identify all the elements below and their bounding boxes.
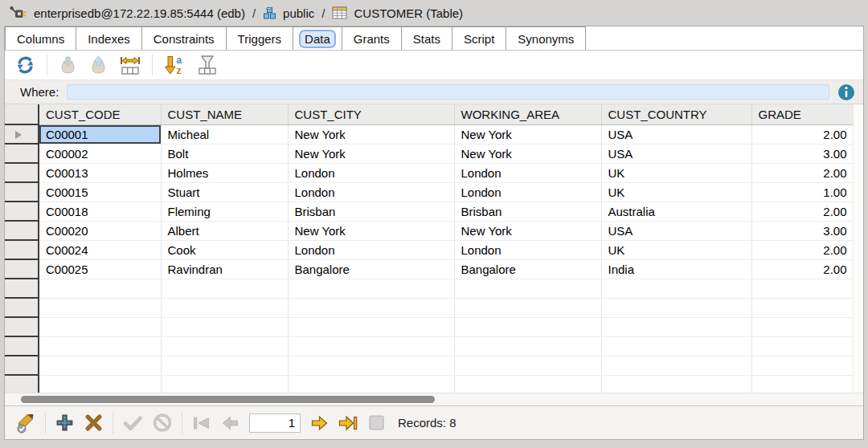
table-cell[interactable]: New York	[288, 124, 454, 144]
row-gutter-cell	[5, 279, 39, 298]
statusbar-separator	[45, 413, 46, 434]
tab-stats[interactable]: Stats	[401, 26, 452, 50]
table-header: CUST_CODECUST_NAMECUST_CITYWORKING_AREAC…	[5, 104, 854, 124]
insert-row-icon[interactable]	[55, 413, 75, 433]
table-cell[interactable]: Brisban	[454, 202, 601, 221]
table-cell[interactable]: 1.00	[751, 182, 854, 202]
empty-cell	[601, 298, 751, 317]
table-cell[interactable]: USA	[601, 144, 751, 163]
table-cell[interactable]: London	[288, 240, 454, 259]
tab-label: Grants	[350, 31, 394, 47]
row-gutter-cell[interactable]	[5, 163, 39, 182]
filter-icon[interactable]	[196, 55, 219, 75]
table-cell[interactable]: Brisban	[288, 202, 454, 221]
table-cell[interactable]: 2.00	[751, 240, 854, 259]
record-number-input[interactable]	[249, 413, 301, 433]
table-cell[interactable]: USA	[601, 221, 751, 240]
row-gutter-cell[interactable]	[5, 202, 39, 221]
table-cell[interactable]: UK	[601, 163, 751, 182]
tab-label: Constraints	[149, 31, 219, 47]
where-input[interactable]	[67, 84, 829, 100]
tab-indexes[interactable]: Indexes	[76, 26, 142, 50]
delete-row-icon[interactable]	[84, 413, 104, 433]
table-cell[interactable]: 2.00	[751, 163, 854, 182]
table-row: C00024CookLondonLondonUK2.00	[5, 240, 854, 259]
table-cell[interactable]: New York	[288, 221, 454, 240]
table-cell[interactable]: Stuart	[161, 182, 288, 202]
table-cell[interactable]: 2.00	[751, 202, 854, 221]
column-header-cust_country[interactable]: CUST_COUNTRY	[601, 104, 751, 124]
table-cell[interactable]: 2.00	[751, 124, 854, 144]
table-cell[interactable]: USA	[601, 124, 751, 144]
table-cell[interactable]: C00024	[39, 240, 161, 259]
tab-constraints[interactable]: Constraints	[141, 26, 227, 50]
tab-triggers[interactable]: Triggers	[226, 26, 293, 50]
tab-columns[interactable]: Columns	[5, 26, 76, 50]
row-gutter-cell[interactable]	[5, 124, 39, 144]
table-cell[interactable]: London	[288, 163, 454, 182]
table-cell[interactable]: Fleming	[161, 202, 288, 221]
table-cell[interactable]: Bolt	[161, 144, 288, 163]
table-cell[interactable]: London	[454, 182, 601, 202]
table-cell[interactable]: C00018	[39, 202, 161, 221]
table-cell[interactable]: London	[454, 240, 601, 259]
table-cell[interactable]: New York	[454, 221, 601, 240]
table-cell[interactable]: C00001	[39, 124, 161, 144]
tab-grants[interactable]: Grants	[342, 26, 402, 50]
row-gutter-cell[interactable]	[5, 240, 39, 259]
table-cell[interactable]: Holmes	[161, 163, 288, 182]
column-header-cust_city[interactable]: CUST_CITY	[288, 104, 454, 124]
tab-synonyms[interactable]: Synonyms	[506, 26, 586, 50]
row-gutter-cell[interactable]	[5, 259, 39, 279]
table-cell[interactable]: Ravindran	[161, 259, 288, 279]
info-icon[interactable]	[837, 83, 855, 101]
column-header-grade[interactable]: GRADE	[751, 104, 854, 124]
schema-name: public	[283, 6, 314, 20]
data-toolbar: a z	[5, 51, 863, 80]
table-cell[interactable]: New York	[288, 144, 454, 163]
empty-cell	[288, 279, 454, 298]
table-cell[interactable]: Micheal	[161, 124, 288, 144]
table-cell[interactable]: Bangalore	[454, 259, 601, 279]
table-cell[interactable]: London	[454, 163, 601, 182]
table-cell[interactable]: Albert	[161, 221, 288, 240]
table-cell[interactable]: Bangalore	[288, 259, 454, 279]
horizontal-scrollbar[interactable]	[5, 393, 863, 405]
row-gutter-cell[interactable]	[5, 221, 39, 240]
table-cell[interactable]: 3.00	[751, 221, 854, 240]
table-cell[interactable]: C00015	[39, 182, 161, 202]
table-cell[interactable]: London	[288, 182, 454, 202]
table-cell[interactable]: C00013	[39, 163, 161, 182]
column-header-cust_code[interactable]: CUST_CODE	[39, 104, 161, 124]
empty-row	[5, 336, 854, 356]
column-header-cust_name[interactable]: CUST_NAME	[161, 104, 288, 124]
column-header-working_area[interactable]: WORKING_AREA	[454, 104, 601, 124]
tab-data[interactable]: Data	[293, 26, 342, 50]
table-cell[interactable]: New York	[454, 144, 601, 163]
row-gutter-cell[interactable]	[5, 144, 39, 163]
table-cell[interactable]: UK	[601, 240, 751, 259]
fit-columns-icon[interactable]	[119, 55, 141, 75]
table-cell[interactable]: C00002	[39, 144, 161, 163]
table-cell[interactable]: New York	[454, 124, 601, 144]
last-record-icon[interactable]	[338, 413, 358, 433]
table-cell[interactable]: India	[601, 259, 751, 279]
table-cell[interactable]: 3.00	[751, 144, 854, 163]
refresh-icon[interactable]	[14, 55, 36, 75]
table-cell[interactable]: UK	[601, 182, 751, 202]
table-cell[interactable]: C00020	[39, 221, 161, 240]
tab-script[interactable]: Script	[452, 26, 506, 50]
table-cell[interactable]: Cook	[161, 240, 288, 259]
where-filter-row: Where:	[5, 80, 863, 104]
table-cell[interactable]: Australia	[601, 202, 751, 221]
empty-cell	[751, 298, 854, 317]
table-cell[interactable]: C00025	[39, 259, 161, 279]
vertical-scrollbar[interactable]	[853, 104, 863, 393]
next-record-icon[interactable]	[309, 413, 330, 433]
row-gutter-cell	[5, 336, 39, 356]
sort-az-icon[interactable]: a z	[163, 55, 186, 76]
table-cell[interactable]: 2.00	[751, 259, 854, 279]
edit-pencil-icon[interactable]	[14, 413, 36, 434]
horizontal-scrollbar-thumb[interactable]	[21, 396, 435, 403]
row-gutter-cell[interactable]	[5, 182, 39, 202]
